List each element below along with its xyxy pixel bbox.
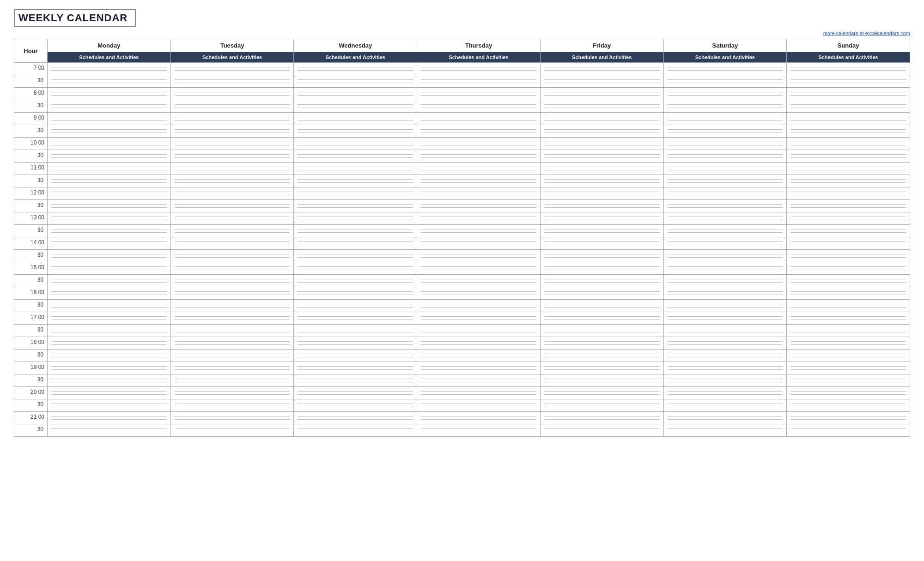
- schedule-cell[interactable]: [294, 113, 417, 125]
- schedule-cell[interactable]: [48, 412, 171, 424]
- schedule-cell[interactable]: [170, 399, 294, 412]
- schedule-cell[interactable]: [663, 63, 787, 75]
- schedule-cell[interactable]: [48, 237, 171, 250]
- schedule-cell[interactable]: [48, 399, 171, 412]
- schedule-cell[interactable]: [417, 312, 541, 325]
- schedule-cell[interactable]: [294, 374, 417, 387]
- schedule-cell[interactable]: [294, 100, 417, 113]
- schedule-cell[interactable]: [417, 237, 541, 250]
- schedule-cell[interactable]: [540, 187, 663, 200]
- schedule-cell[interactable]: [48, 113, 171, 125]
- schedule-cell[interactable]: [170, 187, 294, 200]
- schedule-cell[interactable]: [787, 150, 910, 163]
- schedule-cell[interactable]: [663, 150, 787, 163]
- schedule-cell[interactable]: [663, 250, 787, 262]
- schedule-cell[interactable]: [663, 237, 787, 250]
- schedule-cell[interactable]: [663, 300, 787, 312]
- schedule-cell[interactable]: [540, 424, 663, 437]
- schedule-cell[interactable]: [170, 262, 294, 275]
- schedule-cell[interactable]: [48, 325, 171, 337]
- schedule-cell[interactable]: [48, 337, 171, 350]
- schedule-cell[interactable]: [663, 100, 787, 113]
- schedule-cell[interactable]: [787, 350, 910, 362]
- schedule-cell[interactable]: [787, 275, 910, 287]
- schedule-cell[interactable]: [663, 187, 787, 200]
- schedule-cell[interactable]: [294, 325, 417, 337]
- schedule-cell[interactable]: [663, 350, 787, 362]
- schedule-cell[interactable]: [663, 399, 787, 412]
- schedule-cell[interactable]: [663, 75, 787, 88]
- schedule-cell[interactable]: [663, 163, 787, 175]
- schedule-cell[interactable]: [170, 412, 294, 424]
- schedule-cell[interactable]: [170, 362, 294, 374]
- schedule-cell[interactable]: [170, 75, 294, 88]
- schedule-cell[interactable]: [48, 200, 171, 212]
- schedule-cell[interactable]: [48, 287, 171, 300]
- schedule-cell[interactable]: [417, 175, 541, 187]
- schedule-cell[interactable]: [787, 225, 910, 237]
- schedule-cell[interactable]: [170, 200, 294, 212]
- schedule-cell[interactable]: [170, 175, 294, 187]
- schedule-cell[interactable]: [48, 300, 171, 312]
- schedule-cell[interactable]: [294, 187, 417, 200]
- schedule-cell[interactable]: [48, 387, 171, 399]
- schedule-cell[interactable]: [170, 275, 294, 287]
- schedule-cell[interactable]: [663, 374, 787, 387]
- schedule-cell[interactable]: [540, 362, 663, 374]
- schedule-cell[interactable]: [540, 100, 663, 113]
- schedule-cell[interactable]: [294, 262, 417, 275]
- schedule-cell[interactable]: [787, 237, 910, 250]
- schedule-cell[interactable]: [417, 100, 541, 113]
- schedule-cell[interactable]: [294, 337, 417, 350]
- schedule-cell[interactable]: [663, 262, 787, 275]
- schedule-cell[interactable]: [417, 350, 541, 362]
- schedule-cell[interactable]: [417, 262, 541, 275]
- schedule-cell[interactable]: [663, 325, 787, 337]
- schedule-cell[interactable]: [170, 250, 294, 262]
- schedule-cell[interactable]: [787, 125, 910, 138]
- schedule-cell[interactable]: [663, 175, 787, 187]
- schedule-cell[interactable]: [294, 287, 417, 300]
- schedule-cell[interactable]: [294, 275, 417, 287]
- schedule-cell[interactable]: [294, 163, 417, 175]
- schedule-cell[interactable]: [787, 163, 910, 175]
- schedule-cell[interactable]: [540, 88, 663, 100]
- schedule-cell[interactable]: [294, 125, 417, 138]
- schedule-cell[interactable]: [540, 300, 663, 312]
- schedule-cell[interactable]: [48, 424, 171, 437]
- schedule-cell[interactable]: [787, 100, 910, 113]
- schedule-cell[interactable]: [787, 113, 910, 125]
- schedule-cell[interactable]: [663, 88, 787, 100]
- schedule-cell[interactable]: [787, 175, 910, 187]
- schedule-cell[interactable]: [294, 150, 417, 163]
- schedule-cell[interactable]: [663, 424, 787, 437]
- schedule-cell[interactable]: [170, 312, 294, 325]
- schedule-cell[interactable]: [48, 138, 171, 150]
- schedule-cell[interactable]: [417, 113, 541, 125]
- schedule-cell[interactable]: [48, 63, 171, 75]
- schedule-cell[interactable]: [540, 262, 663, 275]
- schedule-cell[interactable]: [787, 300, 910, 312]
- schedule-cell[interactable]: [417, 399, 541, 412]
- schedule-cell[interactable]: [540, 399, 663, 412]
- excalcalendars-link[interactable]: more calendars at excelcalendars.com: [823, 30, 910, 36]
- schedule-cell[interactable]: [417, 250, 541, 262]
- schedule-cell[interactable]: [787, 424, 910, 437]
- schedule-cell[interactable]: [170, 88, 294, 100]
- schedule-cell[interactable]: [170, 300, 294, 312]
- schedule-cell[interactable]: [48, 187, 171, 200]
- schedule-cell[interactable]: [540, 63, 663, 75]
- schedule-cell[interactable]: [294, 300, 417, 312]
- schedule-cell[interactable]: [417, 374, 541, 387]
- schedule-cell[interactable]: [170, 287, 294, 300]
- schedule-cell[interactable]: [663, 337, 787, 350]
- schedule-cell[interactable]: [48, 88, 171, 100]
- schedule-cell[interactable]: [294, 175, 417, 187]
- schedule-cell[interactable]: [170, 63, 294, 75]
- schedule-cell[interactable]: [170, 100, 294, 113]
- schedule-cell[interactable]: [170, 125, 294, 138]
- schedule-cell[interactable]: [294, 225, 417, 237]
- schedule-cell[interactable]: [417, 138, 541, 150]
- schedule-cell[interactable]: [787, 312, 910, 325]
- schedule-cell[interactable]: [787, 75, 910, 88]
